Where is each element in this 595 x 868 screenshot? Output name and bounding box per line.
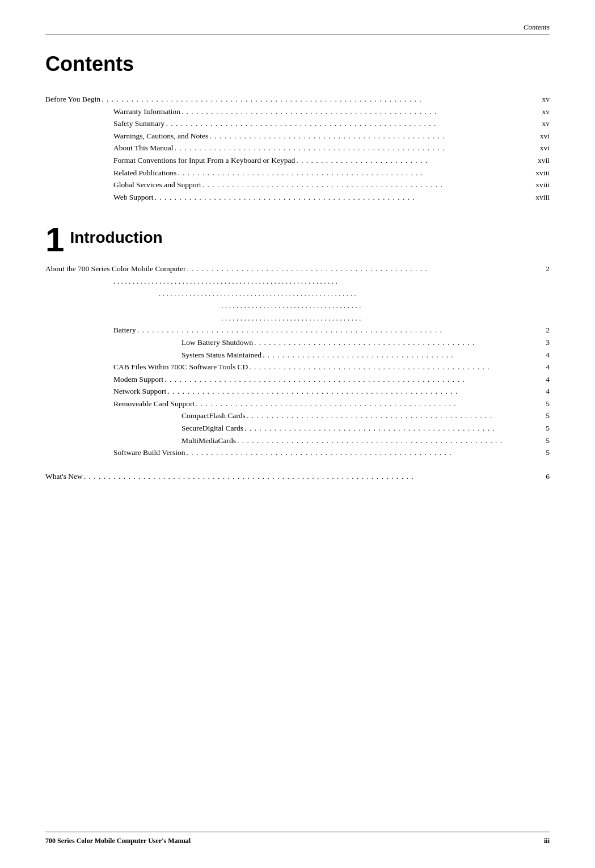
toc-label-about-700: About the 700 Series Color Mobile Comput… [45, 263, 185, 275]
toc-whats-new-section: What's New . . . . . . . . . . . . . . .… [45, 470, 550, 483]
toc-page-network-support: 4 [533, 385, 550, 398]
toc-dots-format-conventions: . . . . . . . . . . . . . . . . . . . . … [296, 154, 531, 167]
toc-entry-format-conventions: Format Conventions for Input From a Keyb… [113, 154, 550, 167]
toc-entry-safety: Safety Summary . . . . . . . . . . . . .… [113, 117, 550, 130]
toc-label-modem-support: Modem Support [113, 373, 163, 386]
toc-page-before-you-begin: xv [533, 93, 550, 106]
toc-dots-software-build: . . . . . . . . . . . . . . . . . . . . … [187, 446, 532, 459]
toc-label-global-services: Global Services and Support [113, 179, 201, 191]
footer-left-text: 700 Series Color Mobile Computer User's … [45, 837, 191, 845]
toc-dots-compactflash: . . . . . . . . . . . . . . . . . . . . … [247, 410, 531, 422]
toc-entry-warranty: Warranty Information . . . . . . . . . .… [113, 106, 550, 118]
page-footer: 700 Series Color Mobile Computer User's … [45, 832, 550, 845]
toc-entry-software-build: Software Build Version . . . . . . . . .… [113, 446, 550, 459]
toc-dots-warranty: . . . . . . . . . . . . . . . . . . . . … [182, 106, 531, 118]
toc-entry-battery: Battery . . . . . . . . . . . . . . . . … [113, 324, 550, 336]
toc-page-warranty: xv [533, 106, 550, 118]
toc-page-global-services: xviii [533, 179, 550, 191]
toc-page-related-publications: xviii [533, 167, 550, 179]
toc-page-system-status: 4 [533, 349, 550, 361]
chapter1-title: Introduction [70, 223, 162, 247]
toc-entry-modem-support: Modem Support . . . . . . . . . . . . . … [113, 373, 550, 386]
toc-page-safety: xv [533, 117, 550, 130]
toc-page-cab-files: 4 [533, 361, 550, 373]
toc-entry-related-publications: Related Publications . . . . . . . . . .… [113, 167, 550, 179]
toc-page-web-support: xviii [533, 191, 550, 204]
toc-entry-global-services: Global Services and Support . . . . . . … [113, 179, 550, 191]
toc-dots-web-support: . . . . . . . . . . . . . . . . . . . . … [155, 191, 531, 204]
toc-entry-cab-files: CAB Files Within 700C Software Tools CD … [113, 361, 550, 373]
toc-dots-system-status: . . . . . . . . . . . . . . . . . . . . … [263, 349, 531, 361]
extra-dots-1: . . . . . . . . . . . . . . . . . . . . … [113, 275, 550, 288]
toc-label-warranty: Warranty Information [113, 106, 180, 118]
extra-dots-2: . . . . . . . . . . . . . . . . . . . . … [159, 288, 550, 300]
toc-label-compactflash: CompactFlash Cards [182, 410, 246, 422]
toc-label-software-build: Software Build Version [113, 446, 185, 459]
footer-right-text: iii [544, 837, 550, 845]
toc-label-safety: Safety Summary [113, 117, 164, 130]
toc-dots-modem-support: . . . . . . . . . . . . . . . . . . . . … [164, 373, 531, 386]
chapter1-number: 1 [45, 223, 64, 257]
toc-page-compactflash: 5 [533, 410, 550, 422]
page: Contents Contents Before You Begin . . .… [0, 0, 595, 868]
chapter1-heading: 1 Introduction [45, 223, 550, 257]
toc-label-network-support: Network Support [113, 385, 166, 398]
toc-dots-safety: . . . . . . . . . . . . . . . . . . . . … [166, 117, 531, 130]
toc-entry-system-status: System Status Maintained . . . . . . . .… [182, 349, 550, 361]
toc-label-warnings: Warnings, Cautions, and Notes [113, 130, 208, 142]
toc-dots-securedigital: . . . . . . . . . . . . . . . . . . . . … [244, 422, 531, 435]
toc-dots-about-manual: . . . . . . . . . . . . . . . . . . . . … [175, 142, 532, 154]
toc-dots-cab-files: . . . . . . . . . . . . . . . . . . . . … [249, 361, 531, 373]
toc-dots-about-700: . . . . . . . . . . . . . . . . . . . . … [187, 263, 531, 275]
toc-dots-warnings: . . . . . . . . . . . . . . . . . . . . … [209, 130, 531, 142]
toc-label-multimediacard: MultiMediaCards [182, 435, 236, 447]
toc-entry-before-you-begin: Before You Begin . . . . . . . . . . . .… [45, 93, 550, 106]
toc-label-whats-new: What's New [45, 470, 83, 483]
toc-entry-about-manual: About This Manual . . . . . . . . . . . … [113, 142, 550, 154]
toc-page-removeable-card: 5 [533, 398, 550, 410]
toc-page-about-manual: xvi [533, 142, 550, 154]
toc-dots-network-support: . . . . . . . . . . . . . . . . . . . . … [167, 385, 531, 398]
extra-dots-3: . . . . . . . . . . . . . . . . . . . . … [221, 300, 550, 312]
toc-entry-securedigital: SecureDigital Cards . . . . . . . . . . … [182, 422, 550, 435]
toc-dots-whats-new: . . . . . . . . . . . . . . . . . . . . … [84, 470, 531, 483]
toc-entry-network-support: Network Support . . . . . . . . . . . . … [113, 385, 550, 398]
toc-entry-about-700: About the 700 Series Color Mobile Comput… [45, 263, 550, 275]
toc-entry-removeable-card: Removeable Card Support . . . . . . . . … [113, 398, 550, 410]
toc-chapter1: About the 700 Series Color Mobile Comput… [45, 263, 550, 459]
toc-label-securedigital: SecureDigital Cards [182, 422, 243, 435]
toc-label-related-publications: Related Publications [113, 167, 176, 179]
toc-page-software-build: 5 [533, 446, 550, 459]
toc-dots-multimediacard: . . . . . . . . . . . . . . . . . . . . … [237, 435, 531, 447]
extra-dots-4: . . . . . . . . . . . . . . . . . . . . … [221, 312, 550, 325]
toc-dots-low-battery: . . . . . . . . . . . . . . . . . . . . … [254, 336, 531, 349]
header-text: Contents [524, 23, 550, 31]
toc-label-format-conventions: Format Conventions for Input From a Keyb… [113, 154, 295, 167]
page-header: Contents [45, 23, 550, 35]
toc-label-battery: Battery [113, 324, 136, 336]
toc-dots-before-you-begin: . . . . . . . . . . . . . . . . . . . . … [102, 93, 531, 106]
toc-label-system-status: System Status Maintained [182, 349, 261, 361]
toc-dots-removeable-card: . . . . . . . . . . . . . . . . . . . . … [196, 398, 531, 410]
toc-label-cab-files: CAB Files Within 700C Software Tools CD [113, 361, 248, 373]
toc-label-removeable-card: Removeable Card Support [113, 398, 195, 410]
toc-page-low-battery: 3 [533, 336, 550, 349]
toc-page-modem-support: 4 [533, 373, 550, 386]
toc-page-warnings: xvi [533, 130, 550, 142]
toc-entry-compactflash: CompactFlash Cards . . . . . . . . . . .… [182, 410, 550, 422]
toc-page-multimediacard: 5 [533, 435, 550, 447]
toc-entry-multimediacard: MultiMediaCards . . . . . . . . . . . . … [182, 435, 550, 447]
toc-page-format-conventions: xvii [533, 154, 550, 167]
toc-entry-low-battery: Low Battery Shutdown . . . . . . . . . .… [182, 336, 550, 349]
toc-page-about-700: 2 [533, 263, 550, 275]
toc-entry-whats-new: What's New . . . . . . . . . . . . . . .… [45, 470, 550, 483]
toc-label-web-support: Web Support [113, 191, 154, 204]
toc-entry-web-support: Web Support . . . . . . . . . . . . . . … [113, 191, 550, 204]
page-title: Contents [45, 52, 550, 76]
toc-label-before-you-begin: Before You Begin [45, 93, 100, 106]
toc-dots-global-services: . . . . . . . . . . . . . . . . . . . . … [202, 179, 531, 191]
toc-dots-battery: . . . . . . . . . . . . . . . . . . . . … [137, 324, 531, 336]
toc-page-whats-new: 6 [533, 470, 550, 483]
toc-dots-related-publications: . . . . . . . . . . . . . . . . . . . . … [178, 167, 531, 179]
toc-page-securedigital: 5 [533, 422, 550, 435]
